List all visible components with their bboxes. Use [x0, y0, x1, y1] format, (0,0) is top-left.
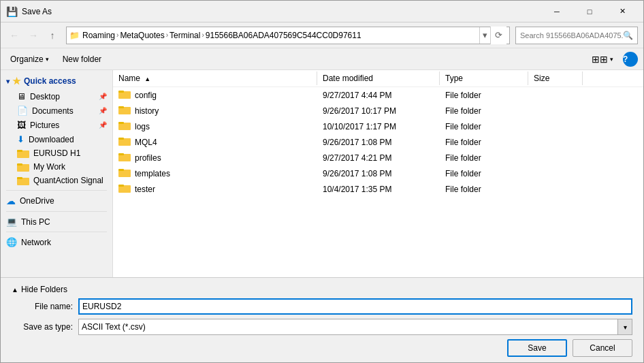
folder-icon: [118, 89, 131, 101]
quick-access-header[interactable]: ▾ ★ Quick access: [1, 73, 112, 89]
file-cell-name: config: [113, 87, 317, 103]
back-button[interactable]: ←: [6, 27, 22, 44]
file-cell-date: 9/27/2017 4:44 PM: [317, 87, 440, 103]
up-button[interactable]: ↑: [44, 27, 61, 44]
action-row: Save Cancel: [12, 339, 632, 357]
sidebar-item-pictures[interactable]: 🖼 Pictures 📌: [1, 118, 112, 132]
address-dropdown-button[interactable]: ▾: [479, 27, 490, 44]
svg-rect-12: [118, 122, 124, 124]
sidebar-item-documents-label: Documents: [32, 106, 74, 116]
sidebar-divider-3: [6, 232, 107, 232]
close-button[interactable]: ✕: [607, 3, 638, 20]
col-header-name[interactable]: Name ▲: [113, 72, 317, 85]
sidebar-item-eurusd[interactable]: EURUSD H1: [1, 146, 112, 160]
help-button[interactable]: ?: [623, 52, 638, 67]
file-cell-date: 9/27/2017 4:21 PM: [317, 150, 440, 165]
filetype-label: Save as type:: [12, 322, 73, 332]
table-row[interactable]: config 9/27/2017 4:44 PM File folder: [113, 87, 643, 103]
svg-rect-16: [118, 153, 124, 155]
forward-button[interactable]: →: [25, 27, 42, 44]
file-cell-date: 10/10/2017 1:17 PM: [317, 119, 440, 134]
sidebar-item-downloaded-label: Downloaded: [29, 135, 74, 144]
svg-rect-8: [118, 91, 124, 93]
file-cell-size: [528, 181, 583, 197]
col-header-size[interactable]: Size: [528, 72, 583, 85]
table-row[interactable]: MQL4 9/26/2017 1:08 PM File folder: [113, 134, 643, 150]
table-row[interactable]: profiles 9/27/2017 4:21 PM File folder: [113, 150, 643, 165]
sidebar-item-quantaction[interactable]: QuantAction Signal: [1, 174, 112, 187]
filetype-row: Save as type: ASCII Text (*.csv) CSV (*.…: [12, 319, 632, 335]
save-button[interactable]: Save: [507, 339, 567, 357]
hide-folders-label: Hide Folders: [21, 285, 67, 294]
minimize-button[interactable]: ─: [541, 3, 573, 20]
organize-button[interactable]: Organize ▾: [6, 53, 53, 65]
sidebar-item-thispc[interactable]: 💻 This PC: [1, 215, 112, 229]
sidebar-item-onedrive[interactable]: ☁ OneDrive: [1, 193, 112, 208]
hide-folders-row[interactable]: ▲ Hide Folders: [12, 283, 632, 296]
sidebar: ▾ ★ Quick access 🖥 Desktop 📌 📄 Documents…: [1, 70, 113, 277]
content-toolbar: Organize ▾ New folder ⊞⊞ ▾ ?: [1, 48, 643, 70]
file-cell-name: logs: [113, 119, 317, 134]
sidebar-divider-1: [6, 190, 107, 191]
file-cell-type: File folder: [440, 150, 528, 165]
folder-icon-eurusd: [17, 148, 29, 158]
table-row[interactable]: templates 9/26/2017 1:08 PM File folder: [113, 165, 643, 181]
maximize-button[interactable]: □: [574, 3, 605, 20]
filetype-select-wrapper: ASCII Text (*.csv) CSV (*.csv) Text (*.t…: [78, 319, 632, 335]
cancel-button[interactable]: Cancel: [573, 339, 632, 357]
sidebar-item-network[interactable]: 🌐 Network: [1, 235, 112, 249]
file-list-pane: Name ▲ Date modified Type Size: [113, 70, 643, 277]
bottom-bar: ▲ Hide Folders File name: Save as type: …: [1, 277, 643, 362]
quick-access-star: ★: [12, 76, 21, 86]
file-cell-size: [528, 119, 583, 134]
hide-folders-chevron: ▲: [12, 286, 18, 294]
sidebar-item-desktop[interactable]: 🖥 Desktop 📌: [1, 89, 112, 104]
sidebar-item-desktop-label: Desktop: [30, 92, 60, 101]
filename-row: File name:: [12, 298, 632, 315]
new-folder-button[interactable]: New folder: [59, 53, 106, 65]
title-bar: 💾 Save As ─ □ ✕: [1, 1, 643, 22]
refresh-button[interactable]: ⟳: [490, 27, 506, 44]
breadcrumb-part-1[interactable]: MetaQuotes: [120, 31, 164, 40]
file-cell-name: templates: [113, 165, 317, 181]
file-cell-type: File folder: [440, 181, 528, 197]
file-cell-type: File folder: [440, 119, 528, 134]
onedrive-icon: ☁: [6, 195, 16, 206]
breadcrumb-part-2[interactable]: Terminal: [170, 31, 200, 40]
address-bar: 📁 Roaming › MetaQuotes › Terminal › 9155…: [66, 27, 510, 44]
table-row[interactable]: history 9/26/2017 10:17 PM File folder: [113, 103, 643, 119]
filename-label: File name:: [12, 302, 73, 311]
sidebar-item-onedrive-label: OneDrive: [20, 196, 54, 206]
col-header-date[interactable]: Date modified: [317, 72, 440, 85]
svg-rect-6: [17, 177, 22, 179]
col-header-type[interactable]: Type: [440, 72, 528, 85]
sidebar-item-quantaction-label: QuantAction Signal: [33, 176, 103, 185]
title-bar-controls: ─ □ ✕: [541, 3, 638, 20]
folder-icon: [118, 168, 131, 179]
sidebar-item-mywork-label: My Work: [33, 162, 65, 172]
folder-icon: [118, 136, 131, 148]
folder-icon: [118, 105, 131, 116]
file-cell-date: 9/26/2017 1:08 PM: [317, 134, 440, 150]
filename-input[interactable]: [78, 298, 632, 315]
documents-icon: 📄: [17, 106, 28, 116]
sidebar-item-downloaded[interactable]: ⬇ Downloaded: [1, 132, 112, 146]
svg-rect-14: [118, 138, 124, 140]
file-cell-date: 9/26/2017 1:08 PM: [317, 165, 440, 181]
view-button[interactable]: ⊞⊞ ▾: [587, 52, 617, 66]
quick-access-label: Quick access: [24, 76, 76, 86]
sidebar-item-documents[interactable]: 📄 Documents 📌: [1, 104, 112, 118]
search-input[interactable]: [520, 31, 623, 40]
file-cell-name: MQL4: [113, 134, 317, 150]
sidebar-item-mywork[interactable]: My Work: [1, 160, 112, 174]
folder-icon: [118, 121, 131, 132]
breadcrumb-part-3[interactable]: 915566BA06ADA407569C544CC0D97611: [206, 31, 361, 40]
sidebar-item-eurusd-label: EURUSD H1: [33, 148, 80, 158]
breadcrumb-part-0[interactable]: Roaming: [82, 31, 115, 40]
folder-icon: [118, 183, 131, 195]
table-row[interactable]: tester 10/4/2017 1:35 PM File folder: [113, 181, 643, 197]
pin-icon-docs: 📌: [99, 107, 107, 114]
table-row[interactable]: logs 10/10/2017 1:17 PM File folder: [113, 119, 643, 134]
filetype-select[interactable]: ASCII Text (*.csv) CSV (*.csv) Text (*.t…: [78, 319, 632, 335]
pictures-icon: 🖼: [17, 120, 26, 130]
